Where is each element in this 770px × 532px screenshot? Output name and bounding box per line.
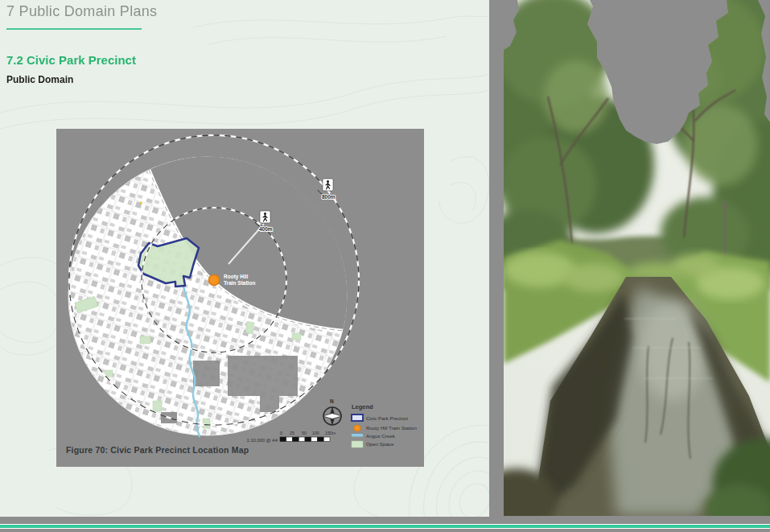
subsection-label: Public Domain	[6, 74, 73, 85]
scale-tick-0: 0	[280, 431, 282, 435]
figure-caption: Figure 70: Civic Park Precinct Location …	[66, 445, 249, 455]
legend-label-station: Rooty Hill Train Station	[366, 425, 417, 431]
creek-photo	[504, 0, 770, 516]
scale-tick-3: 100	[312, 431, 319, 435]
location-map-figure: Rooty Hill Train Station 400m 800m N	[56, 129, 424, 467]
walk-icon-800m	[323, 179, 333, 191]
scale-tick-1: 25	[290, 431, 294, 435]
document-page: 7 Public Domain Plans 7.2 Civic Park Pre…	[0, 0, 489, 517]
north-label: N	[330, 398, 334, 404]
legend-title: Legend	[352, 403, 373, 410]
scale-tick-2: 50	[302, 431, 307, 435]
legend-label-openspace: Open Space	[366, 441, 394, 447]
scale-ratio-text: 1:10,000 @ A4	[247, 438, 278, 443]
location-map: Rooty Hill Train Station 400m 800m N	[56, 129, 424, 467]
legend-label-precinct: Civic Park Precinct	[366, 415, 408, 421]
footer-band	[0, 517, 770, 532]
scale-tick-4: 150m	[325, 431, 336, 435]
page-gutter	[489, 0, 504, 517]
section-title: 7.2 Civic Park Precinct	[6, 53, 136, 67]
legend-swatch-creek	[352, 434, 363, 437]
legend-swatch-precinct	[352, 414, 363, 421]
map-poi-dot	[139, 201, 142, 204]
walk-label-800m: 800m	[322, 194, 336, 200]
station-marker	[209, 275, 220, 286]
legend-swatch-openspace	[352, 441, 363, 447]
station-label-line2: Train Station	[224, 280, 255, 286]
legend-label-creek: Angus Creek	[366, 433, 396, 439]
water-bright-patch	[639, 300, 706, 400]
legend-swatch-station	[354, 425, 360, 431]
creek-photo-art	[504, 0, 770, 516]
title-rule	[6, 28, 142, 30]
walk-icon-400m	[260, 211, 270, 223]
walk-label-400m: 400m	[259, 226, 273, 232]
station-label-line1: Rooty Hill	[224, 274, 249, 280]
chapter-title: 7 Public Domain Plans	[6, 3, 157, 20]
